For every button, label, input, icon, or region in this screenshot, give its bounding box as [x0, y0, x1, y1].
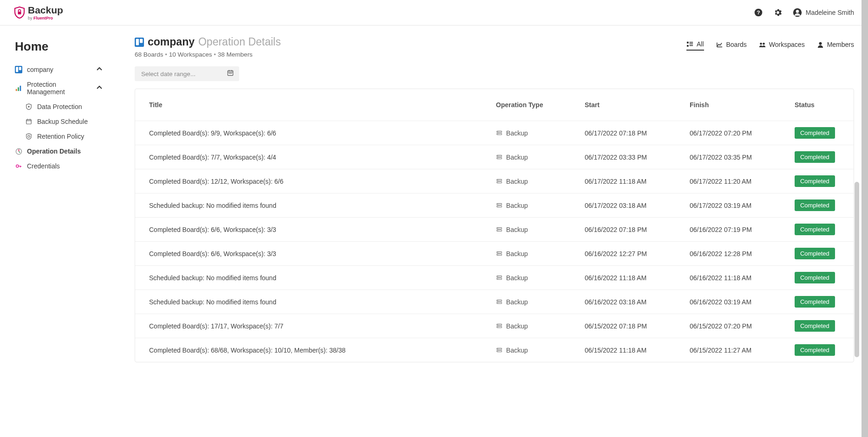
table-row[interactable]: Completed Board(s): 6/6, Workspace(s): 3…: [135, 242, 854, 266]
col-title[interactable]: Title: [135, 89, 490, 121]
tab-members[interactable]: Members: [817, 41, 854, 50]
backup-icon: [496, 251, 503, 257]
sidebar-item-protection-management[interactable]: Protection Management: [15, 77, 121, 99]
svg-rect-6: [16, 67, 18, 72]
sidebar: Home company Protection Management Data: [0, 26, 130, 376]
calendar-icon: [25, 118, 33, 125]
cell-start: 06/16/2022 11:18 AM: [579, 266, 684, 290]
cell-title: Completed Board(s): 68/68, Workspace(s):…: [135, 338, 490, 362]
status-badge: Completed: [795, 320, 835, 332]
cell-operation-type: Backup: [490, 266, 579, 290]
status-badge: Completed: [795, 344, 835, 356]
date-range-input[interactable]: [140, 70, 219, 78]
table-row[interactable]: Completed Board(s): 68/68, Workspace(s):…: [135, 338, 854, 362]
svg-rect-0: [18, 12, 21, 14]
user-menu[interactable]: Madeleine Smith: [793, 8, 854, 17]
col-finish[interactable]: Finish: [684, 89, 789, 121]
cell-start: 06/17/2022 11:18 AM: [579, 169, 684, 193]
sidebar-item-company[interactable]: company: [15, 62, 121, 77]
cell-status: Completed: [789, 218, 854, 242]
table-row[interactable]: Completed Board(s): 9/9, Workspace(s): 6…: [135, 121, 854, 145]
cell-title: Completed Board(s): 17/17, Workspace(s):…: [135, 314, 490, 338]
backup-icon: [496, 299, 503, 305]
chevron-up-icon: [97, 66, 121, 73]
cell-operation-type: Backup: [490, 145, 579, 169]
svg-rect-7: [19, 67, 21, 70]
svg-rect-70: [497, 326, 502, 328]
svg-rect-74: [497, 350, 502, 352]
shield-icon: [25, 103, 33, 110]
col-start[interactable]: Start: [579, 89, 684, 121]
svg-rect-45: [497, 179, 502, 180]
cell-status: Completed: [789, 242, 854, 266]
cell-finish: 06/17/2022 03:19 AM: [684, 193, 789, 218]
svg-rect-37: [497, 131, 502, 132]
sidebar-label: Protection Management: [27, 81, 92, 96]
tab-boards[interactable]: Boards: [716, 41, 747, 50]
cell-start: 06/15/2022 07:18 PM: [579, 314, 684, 338]
backup-icon: [496, 178, 503, 185]
chevron-up-icon: [97, 84, 121, 92]
table-row[interactable]: Completed Board(s): 6/6, Workspace(s): 3…: [135, 218, 854, 242]
help-icon[interactable]: ?: [754, 8, 763, 17]
sidebar-item-credentials[interactable]: Credentials: [15, 159, 121, 174]
svg-point-11: [28, 106, 30, 108]
cell-status: Completed: [789, 290, 854, 314]
cell-title: Completed Board(s): 7/7, Workspace(s): 4…: [135, 145, 490, 169]
table-row[interactable]: Completed Board(s): 7/7, Workspace(s): 4…: [135, 145, 854, 169]
table-row[interactable]: Scheduled backup: No modified items foun…: [135, 193, 854, 218]
status-badge: Completed: [795, 199, 835, 211]
cell-status: Completed: [789, 145, 854, 169]
table-row[interactable]: Completed Board(s): 17/17, Workspace(s):…: [135, 314, 854, 338]
brand[interactable]: Backup by FluentPro: [14, 5, 63, 20]
tab-workspaces[interactable]: Workspaces: [759, 41, 805, 50]
grid-icon: [686, 41, 693, 48]
window-scrollbar[interactable]: [861, 0, 868, 376]
cell-status: Completed: [789, 169, 854, 193]
cell-finish: 06/16/2022 07:19 PM: [684, 218, 789, 242]
svg-point-40: [497, 134, 498, 134]
svg-rect-50: [497, 206, 502, 207]
sidebar-item-operation-details[interactable]: Operation Details: [15, 144, 121, 159]
chart-icon: [716, 41, 723, 48]
user-name: Madeleine Smith: [806, 9, 854, 16]
cell-start: 06/17/2022 03:18 AM: [579, 193, 684, 218]
sidebar-label: Retention Policy: [37, 133, 84, 140]
gear-icon[interactable]: [773, 8, 783, 17]
cell-finish: 06/15/2022 11:27 AM: [684, 338, 789, 362]
view-tabs: All Boards Workspaces Members: [686, 40, 854, 51]
sidebar-item-retention-policy[interactable]: Retention Policy: [15, 129, 121, 144]
sidebar-label: company: [27, 66, 92, 73]
date-range-filter[interactable]: [135, 66, 239, 81]
table-row[interactable]: Scheduled backup: No modified items foun…: [135, 290, 854, 314]
calendar-icon: [227, 70, 234, 78]
tab-all[interactable]: All: [686, 40, 704, 51]
col-status[interactable]: Status: [789, 89, 854, 121]
col-operation-type[interactable]: Operation Type: [490, 89, 579, 121]
top-actions: ? Madeleine Smith: [754, 8, 854, 17]
user-icon: [793, 8, 802, 17]
svg-point-72: [497, 327, 498, 327]
clock-shield-icon: [25, 133, 33, 140]
table-row[interactable]: Scheduled backup: No modified items foun…: [135, 266, 854, 290]
cell-title: Completed Board(s): 6/6, Workspace(s): 3…: [135, 218, 490, 242]
users-icon: [759, 41, 766, 48]
cell-start: 06/16/2022 03:18 AM: [579, 290, 684, 314]
sidebar-item-backup-schedule[interactable]: Backup Schedule: [15, 114, 121, 129]
svg-rect-34: [229, 73, 230, 74]
svg-point-67: [497, 300, 498, 301]
svg-rect-21: [140, 39, 143, 43]
svg-rect-41: [497, 155, 502, 156]
svg-rect-65: [497, 300, 502, 301]
cell-finish: 06/16/2022 12:28 PM: [684, 242, 789, 266]
cell-operation-type: Backup: [490, 169, 579, 193]
activity-icon: [15, 148, 22, 155]
table-scrollbar[interactable]: [855, 182, 859, 357]
sidebar-item-data-protection[interactable]: Data Protection: [15, 99, 121, 114]
page-title: company Operation Details: [135, 36, 281, 48]
home-heading[interactable]: Home: [15, 39, 121, 54]
cell-title: Completed Board(s): 9/9, Workspace(s): 6…: [135, 121, 490, 145]
table-row[interactable]: Completed Board(s): 12/12, Workspace(s):…: [135, 169, 854, 193]
cell-start: 06/16/2022 12:27 PM: [579, 242, 684, 266]
svg-rect-53: [497, 227, 502, 229]
